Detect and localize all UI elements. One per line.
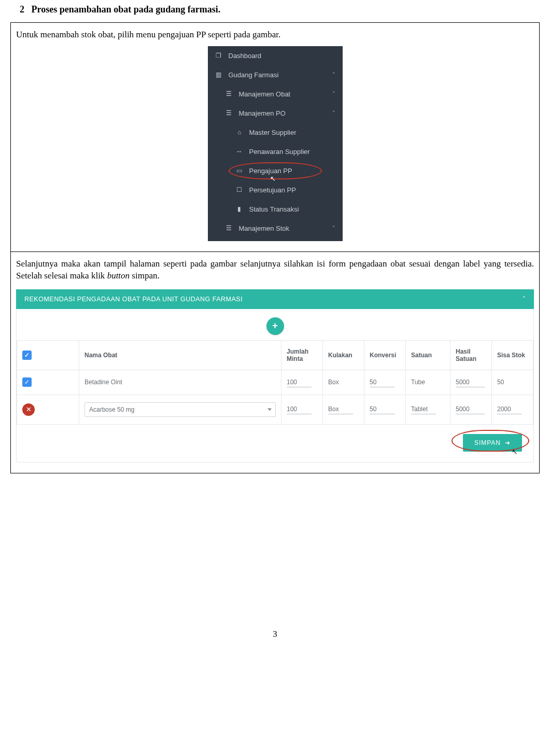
th-jumlah-minta: Jumlah Minta [281,340,323,370]
nav-manajemen-stok[interactable]: ☰ Manajemen Stok ˅ [208,219,343,238]
nav-gudang-farmasi[interactable]: ▥ Gudang Farmasi ˄ [208,65,343,85]
page-number: 3 [10,629,540,639]
heading-number: 2 [20,4,24,15]
th-check: ✓ [17,340,79,370]
exchange-icon: ↔ [236,148,243,155]
nav-pengajuan-pp[interactable]: ▭ Pengajuan PP ↖ [208,161,343,180]
chevron-up-icon: ˄ [332,72,335,78]
add-row: + [17,309,533,340]
cell-remove: ✕ [17,395,79,424]
obat-table: ✓ Nama Obat Jumlah Minta Kulakan Konvers… [17,340,533,425]
list-icon: ☰ [225,225,233,232]
arrow-right-icon: ➜ [505,439,511,446]
remove-button[interactable]: ✕ [22,403,35,416]
panel-header[interactable]: REKOMENDASI PENGADAAN OBAT PADA UNIT GUD… [16,289,534,309]
cell-hasil [450,370,492,395]
jumlah-input[interactable] [287,377,312,387]
hasil-input[interactable] [456,404,485,414]
kulakan-input[interactable] [328,404,353,414]
panel-title: REKOMENDASI PENGADAAN OBAT PADA UNIT GUD… [24,296,243,303]
cell-satuan: Tube [406,370,450,395]
para2-part-b: simpan. [130,271,160,281]
chevron-up-icon: ˄ [523,296,526,303]
cell-jumlah [281,370,323,395]
paragraph-1: Untuk menambah stok obat, pilih menu pen… [16,29,534,41]
cell-nama: Acarbose 50 mg [79,395,281,424]
table-row: ✕ Acarbose 50 mg [17,395,533,424]
nav-label: Dashboard [229,52,262,60]
jumlah-input[interactable] [287,404,312,414]
section-box-1: Untuk menambah stok obat, pilih menu pen… [10,22,540,252]
add-button[interactable]: + [266,317,284,335]
dashboard-icon: ❐ [215,52,222,59]
nav-manajemen-obat[interactable]: ☰ Manajemen Obat ˅ [208,85,343,104]
nav-penawaran-supplier[interactable]: ↔ Penawaran Supplier [208,142,343,161]
save-row: SIMPAN ➜ ↖ [17,425,533,452]
cell-kulakan: Box [323,370,364,395]
cell-konversi [364,395,406,424]
list-icon: ☰ [225,109,233,117]
nav-label: Status Transaksi [249,205,299,213]
sidebar-menu: ❐ Dashboard ▥ Gudang Farmasi ˄ ☰ Manajem… [208,46,343,241]
panel-screenshot: REKOMENDASI PENGADAAN OBAT PADA UNIT GUD… [16,289,534,463]
bookmark-icon: ▮ [236,205,243,213]
section-box-2: Selanjutnya maka akan tampil halaman sep… [10,252,540,473]
th-konversi: Konversi [364,340,406,370]
cell-konversi [364,370,406,395]
nav-label: Penawaran Supplier [249,148,310,156]
nav-label: Persetujuan PP [249,186,296,194]
nav-label: Manajemen Obat [239,90,291,98]
satuan-input[interactable] [411,404,436,414]
cell-check: ✓ [17,370,79,395]
nav-master-supplier[interactable]: ⌂ Master Supplier [208,123,343,142]
th-hasil-satuan: Hasil Satuan [450,340,492,370]
nav-status-transaksi[interactable]: ▮ Status Transaksi [208,200,343,219]
nav-dashboard[interactable]: ❐ Dashboard [208,46,343,65]
cell-sisa: 50 [492,370,533,395]
building-icon: ▥ [215,71,222,78]
list-icon: ☰ [225,90,233,97]
cursor-icon: ↖ [512,447,518,456]
row-checkbox[interactable]: ✓ [22,377,32,387]
th-satuan: Satuan [406,340,450,370]
nav-manajemen-po[interactable]: ☰ Manajemen PO ˄ [208,104,343,123]
nav-label: Gudang Farmasi [229,71,279,79]
th-kulakan: Kulakan [323,340,364,370]
paragraph-2: Selanjutnya maka akan tampil halaman sep… [16,258,534,282]
nav-label: Manajemen Stok [239,225,290,232]
nav-persetujuan-pp[interactable]: ☐ Persetujuan PP [208,180,343,200]
sidebar-screenshot: ❐ Dashboard ▥ Gudang Farmasi ˄ ☰ Manajem… [16,46,534,241]
table-row: ✓ Betadine Oint Box Tube [17,370,533,395]
cell-satuan [406,395,450,424]
chevron-up-icon: ˄ [332,110,335,117]
cell-kulakan [323,395,364,424]
sisa-input[interactable] [497,404,522,414]
cell-nama: Betadine Oint [79,370,281,395]
table-header-row: ✓ Nama Obat Jumlah Minta Kulakan Konvers… [17,340,533,370]
panel-body: + ✓ Nama Obat Jumlah Minta Kulakan Konve… [16,309,534,463]
nama-obat-select[interactable]: Acarbose 50 mg [84,402,276,417]
nama-obat-text: Betadine Oint [84,379,122,386]
cell-jumlah [281,395,323,424]
th-sisa-stok: Sisa Stok [492,340,533,370]
save-label: SIMPAN [474,439,501,446]
konversi-input[interactable] [370,377,394,387]
nav-label: Master Supplier [249,129,297,136]
hasil-input[interactable] [456,377,485,387]
section-heading: 2 Proses penambahan obat pada gudang far… [10,4,540,15]
chevron-down-icon: ˅ [332,91,335,97]
chevron-down-icon: ˅ [332,225,335,232]
cell-hasil [450,395,492,424]
cell-sisa [492,395,533,424]
konversi-input[interactable] [370,404,394,414]
para2-part-a: Selanjutnya maka akan tampil halaman sep… [16,259,534,281]
nav-label: Manajemen PO [239,109,286,117]
heading-text: Proses penambahan obat pada gudang farma… [32,4,221,15]
checkbox-header[interactable]: ✓ [22,351,32,360]
th-nama-obat: Nama Obat [79,340,281,370]
para2-button-word: button [107,271,130,281]
doc-icon: ☐ [236,186,243,193]
store-icon: ⌂ [236,129,243,136]
